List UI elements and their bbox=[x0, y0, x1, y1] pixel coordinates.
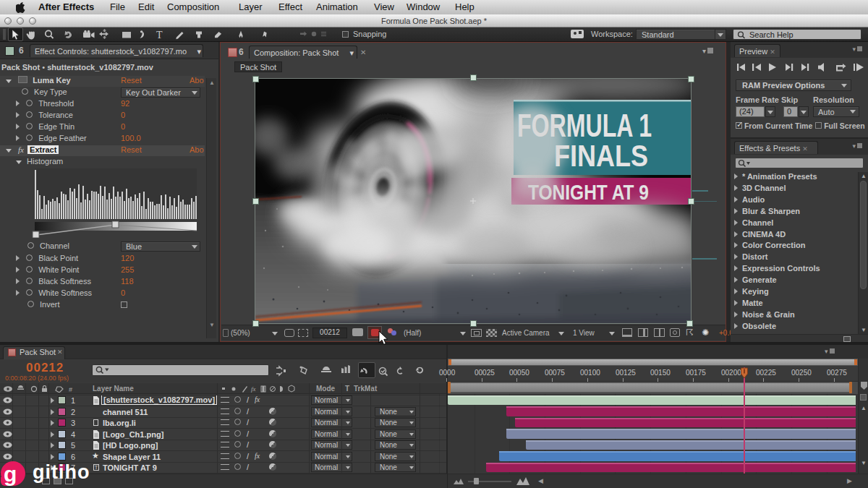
svg-text:#: # bbox=[69, 386, 72, 393]
svg-text:fx: fx bbox=[251, 385, 256, 393]
svg-text:T: T bbox=[156, 30, 163, 40]
svg-text:FINALS: FINALS bbox=[554, 139, 648, 173]
